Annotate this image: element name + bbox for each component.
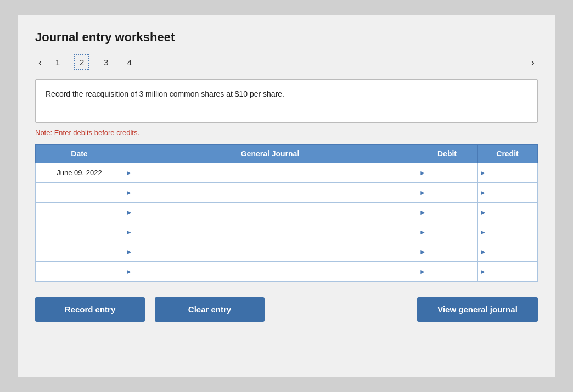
debit-cell-0[interactable]: ► [417,163,478,183]
date-cell-0: June 09, 2022 [36,163,123,183]
header-debit: Debit [417,145,478,163]
nav-num-4[interactable]: 4 [123,55,136,69]
buttons-row: Record entry Clear entry View general jo… [35,297,538,322]
debit-cell-1[interactable]: ► [417,183,478,203]
credit-input-4[interactable] [478,245,537,258]
credit-cell-2[interactable]: ► [478,203,538,222]
credit-cell-4[interactable]: ► [478,242,538,262]
debit-input-4[interactable] [417,245,477,258]
note-text: Note: Enter debits before credits. [35,128,538,137]
table-row: ► ► ► [36,242,538,262]
journal-input-1[interactable] [123,186,417,199]
credit-cell-1[interactable]: ► [478,183,538,203]
header-credit: Credit [478,145,538,163]
journal-cell-2[interactable]: ► [123,203,417,222]
debit-input-1[interactable] [417,186,477,199]
credit-input-3[interactable] [478,226,537,238]
description-box: Record the reacquisition of 3 million co… [35,79,538,123]
nav-num-3[interactable]: 3 [99,55,113,69]
journal-input-4[interactable] [123,245,417,258]
credit-cell-0[interactable]: ► [478,163,538,183]
journal-input-3[interactable] [123,226,417,238]
nav-num-2[interactable]: 2 [74,54,89,70]
clear-entry-button[interactable]: Clear entry [155,297,265,322]
description-text: Record the reacquisition of 3 million co… [46,89,284,98]
journal-cell-3[interactable]: ► [123,222,417,242]
worksheet-container: Journal entry worksheet ‹ 1 2 3 4 › Reco… [18,15,555,377]
debit-input-5[interactable] [417,265,477,278]
journal-cell-4[interactable]: ► [123,242,417,262]
page-title: Journal entry worksheet [35,30,538,44]
date-cell-2 [36,203,123,222]
date-cell-4 [36,242,123,262]
table-row: ► ► ► [36,183,538,203]
date-cell-3 [36,222,123,242]
nav-num-1[interactable]: 1 [51,55,64,69]
journal-cell-5[interactable]: ► [123,262,417,282]
debit-input-0[interactable] [417,166,477,179]
credit-input-2[interactable] [478,206,537,219]
header-date: Date [36,145,123,163]
date-cell-1 [36,183,123,203]
journal-cell-1[interactable]: ► [123,183,417,203]
journal-table: Date General Journal Debit Credit June 0… [35,144,538,282]
table-row: ► ► ► [36,222,538,242]
table-row: ► ► ► [36,262,538,282]
journal-input-5[interactable] [123,265,417,278]
journal-input-0[interactable] [123,166,417,179]
header-journal: General Journal [123,145,417,163]
debit-cell-2[interactable]: ► [417,203,478,222]
date-cell-5 [36,262,123,282]
record-entry-button[interactable]: Record entry [35,297,145,322]
credit-input-1[interactable] [478,186,537,199]
nav-right-arrow[interactable]: › [527,55,538,70]
debit-input-2[interactable] [417,206,477,219]
debit-cell-4[interactable]: ► [417,242,478,262]
journal-input-2[interactable] [123,206,417,219]
table-row: June 09, 2022 ► ► ► [36,163,538,183]
debit-cell-5[interactable]: ► [417,262,478,282]
credit-input-0[interactable] [478,166,537,179]
debit-input-3[interactable] [417,226,477,238]
nav-left-arrow[interactable]: ‹ [35,55,46,70]
debit-cell-3[interactable]: ► [417,222,478,242]
view-general-journal-button[interactable]: View general journal [417,297,538,322]
nav-row: ‹ 1 2 3 4 › [35,54,538,70]
credit-cell-5[interactable]: ► [478,262,538,282]
table-row: ► ► ► [36,203,538,222]
journal-cell-0[interactable]: ► [123,163,417,183]
credit-cell-3[interactable]: ► [478,222,538,242]
credit-input-5[interactable] [478,265,537,278]
nav-nums: 1 2 3 4 [51,54,136,70]
